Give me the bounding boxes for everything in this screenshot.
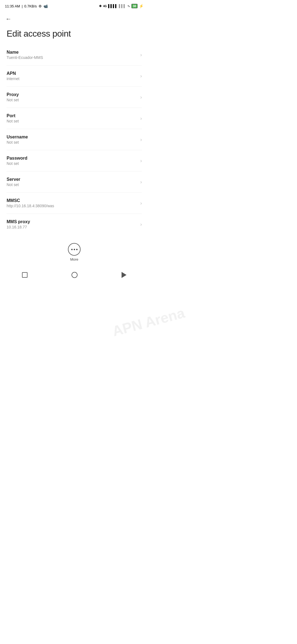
chevron-right-icon: › <box>140 52 142 58</box>
bottom-nav <box>0 269 148 283</box>
settings-item-label: Server <box>7 177 138 182</box>
more-dots-icon <box>71 249 78 250</box>
video-icon: 📹 <box>43 4 48 8</box>
settings-item-value: Not set <box>7 98 138 102</box>
home-icon <box>72 272 78 278</box>
settings-item-value: Not set <box>7 161 138 166</box>
settings-item-value: http://10.16.18.4:38090/was <box>7 204 138 208</box>
chevron-right-icon: › <box>140 179 142 185</box>
watermark: APN Arena <box>111 304 148 322</box>
status-left: 11:35 AM | 0.7KB/s ⚙ 📹 <box>5 4 48 8</box>
home-button[interactable] <box>72 272 78 278</box>
chevron-right-icon: › <box>140 73 142 79</box>
settings-item-content: PortNot set <box>7 113 138 123</box>
settings-item[interactable]: MMS proxy10.16.18.77› <box>7 214 142 235</box>
more-label: More <box>70 257 78 261</box>
settings-item-label: MMSC <box>7 198 138 203</box>
page-title: Edit access point <box>0 25 148 44</box>
recent-apps-icon <box>22 272 28 278</box>
settings-item-content: ServerNot set <box>7 177 138 187</box>
settings-item-value: Not set <box>7 119 138 123</box>
settings-item-value: internet <box>7 77 138 81</box>
signal-4g-icon: 4G <box>103 5 107 8</box>
back-nav-icon <box>122 272 127 278</box>
wifi-icon: ∿ <box>127 4 130 8</box>
back-arrow-icon: ← <box>6 15 12 22</box>
settings-item-value: Not set <box>7 140 138 144</box>
status-bar: 11:35 AM | 0.7KB/s ⚙ 📹 ✱ 4G ▌▌▌▌ ▌▌▌ ∿ 3… <box>0 0 148 11</box>
settings-item-label: Proxy <box>7 92 138 97</box>
settings-item[interactable]: MMSChttp://10.16.18.4:38090/was› <box>7 193 142 214</box>
settings-item-label: MMS proxy <box>7 219 138 224</box>
settings-item-content: APNinternet <box>7 71 138 81</box>
settings-icon: ⚙ <box>38 4 42 8</box>
settings-item-label: APN <box>7 71 138 76</box>
settings-item-content: NameTuenti-Ecuador-MMS <box>7 50 138 60</box>
settings-item-label: Name <box>7 50 138 55</box>
bluetooth-icon: ✱ <box>99 4 102 8</box>
settings-item-label: Password <box>7 156 138 161</box>
settings-item-content: PasswordNot set <box>7 156 138 166</box>
chevron-right-icon: › <box>140 137 142 143</box>
more-button[interactable] <box>68 243 81 256</box>
settings-item-label: Username <box>7 135 138 140</box>
more-section: More <box>0 238 148 266</box>
settings-item-content: MMS proxy10.16.18.77 <box>7 219 138 229</box>
settings-item-content: ProxyNot set <box>7 92 138 102</box>
settings-item-value: Tuenti-Ecuador-MMS <box>7 55 138 60</box>
battery-icon: 38 <box>131 4 138 8</box>
settings-item[interactable]: ServerNot set› <box>7 171 142 193</box>
settings-item-value: 10.16.18.77 <box>7 225 138 229</box>
signal-bars2-icon: ▌▌▌ <box>119 4 126 8</box>
speed-display: 0.7KB/s <box>24 4 37 8</box>
chevron-right-icon: › <box>140 94 142 100</box>
settings-item-content: MMSChttp://10.16.18.4:38090/was <box>7 198 138 208</box>
chevron-right-icon: › <box>140 158 142 164</box>
settings-list: NameTuenti-Ecuador-MMS›APNinternet›Proxy… <box>0 44 148 235</box>
charging-icon: ⚡ <box>139 4 144 8</box>
settings-item-value: Not set <box>7 182 138 187</box>
settings-item[interactable]: UsernameNot set› <box>7 129 142 150</box>
settings-item[interactable]: ProxyNot set› <box>7 87 142 108</box>
time-display: 11:35 AM <box>5 4 20 8</box>
settings-item[interactable]: NameTuenti-Ecuador-MMS› <box>7 44 142 66</box>
settings-item-content: UsernameNot set <box>7 135 138 144</box>
settings-item[interactable]: APNinternet› <box>7 66 142 87</box>
settings-item[interactable]: PortNot set› <box>7 108 142 129</box>
recent-apps-button[interactable] <box>22 272 28 278</box>
back-button[interactable]: ← <box>0 11 148 25</box>
battery-percent: 38 <box>133 4 136 8</box>
chevron-right-icon: › <box>140 200 142 206</box>
chevron-right-icon: › <box>140 116 142 121</box>
back-nav-button[interactable] <box>122 272 127 278</box>
settings-item-label: Port <box>7 113 138 118</box>
separator: | <box>22 4 23 8</box>
status-right: ✱ 4G ▌▌▌▌ ▌▌▌ ∿ 38 ⚡ <box>99 4 144 8</box>
signal-bars-icon: ▌▌▌▌ <box>108 4 117 8</box>
chevron-right-icon: › <box>140 222 142 227</box>
settings-item[interactable]: PasswordNot set› <box>7 150 142 171</box>
